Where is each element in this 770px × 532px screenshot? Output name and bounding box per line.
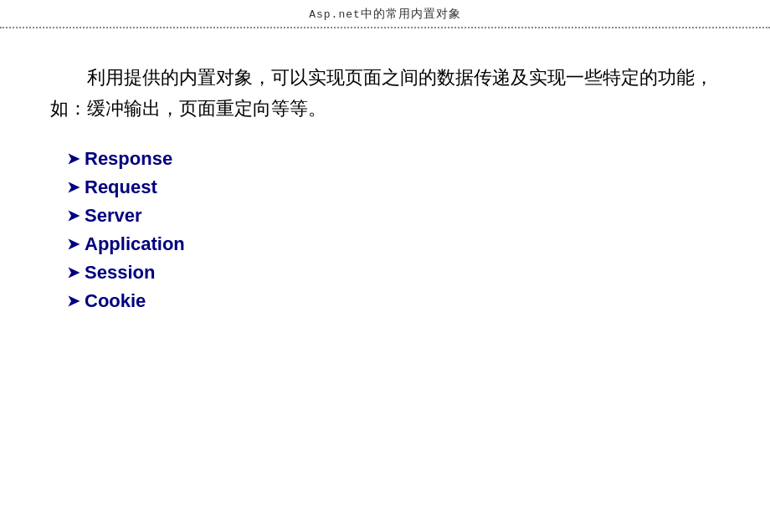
bullet-label: Server — [85, 205, 142, 227]
bullet-label: Session — [85, 262, 155, 284]
bullet-label: Cookie — [85, 290, 146, 312]
intro-paragraph: 利用提供的内置对象，可以实现页面之间的数据传递及实现一些特定的功能，如：缓冲输出… — [50, 62, 720, 125]
slide-container: Asp.net中的常用内置对象 利用提供的内置对象，可以实现页面之间的数据传递及… — [0, 0, 770, 532]
bullet-arrow-icon: ➤ — [67, 150, 80, 168]
bullet-arrow-icon: ➤ — [67, 235, 80, 253]
list-item: ➤ Session — [67, 262, 720, 284]
bullet-arrow-icon: ➤ — [67, 292, 80, 310]
bullet-arrow-icon: ➤ — [67, 178, 80, 197]
list-item: ➤ Cookie — [67, 290, 720, 312]
bullet-arrow-icon: ➤ — [67, 207, 80, 225]
bullet-label: Request — [85, 176, 157, 198]
title-aspnet: Asp.net — [309, 8, 361, 21]
slide-header: Asp.net中的常用内置对象 — [0, 0, 770, 28]
bullet-arrow-icon: ➤ — [67, 263, 80, 282]
list-item: ➤ Server — [67, 205, 720, 227]
bullet-label: Application — [85, 233, 185, 255]
list-item: ➤ Request — [67, 176, 720, 198]
title-chinese: 中的常用内置对象 — [361, 8, 461, 20]
bullet-label: Response — [85, 148, 172, 170]
slide-content: 利用提供的内置对象，可以实现页面之间的数据传递及实现一些特定的功能，如：缓冲输出… — [0, 28, 770, 532]
list-item: ➤ Application — [67, 233, 720, 255]
list-item: ➤ Response — [67, 148, 720, 170]
bullet-list: ➤ Response ➤ Request ➤ Server ➤ Applicat… — [50, 148, 720, 312]
slide-title: Asp.net中的常用内置对象 — [309, 8, 461, 20]
